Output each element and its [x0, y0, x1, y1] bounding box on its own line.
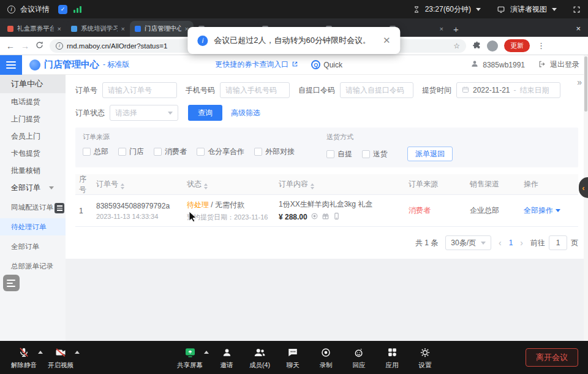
sidebar-item-hq-dispatch-log[interactable]: 总部派单记录: [0, 258, 66, 275]
bookmark-star-icon[interactable]: ☆: [453, 42, 460, 50]
extensions-icon[interactable]: [472, 40, 481, 51]
scrollbar-thumb[interactable]: [584, 56, 587, 112]
order-status-label: 订单状态: [75, 108, 105, 118]
phone-input[interactable]: [220, 82, 290, 98]
total-count: 共 1 条: [415, 238, 438, 248]
sidebar-item-door-pickup[interactable]: 上门提货: [0, 110, 66, 128]
cell-created-at: 2023-11-13 14:33:34: [96, 213, 182, 220]
browser-menu-icon[interactable]: ⋮: [536, 41, 546, 50]
order-status-select[interactable]: 请选择: [110, 105, 178, 121]
invite-button[interactable]: 邀请: [210, 346, 243, 370]
date-separator: -: [514, 86, 516, 94]
reload-button[interactable]: [36, 41, 43, 51]
forward-button[interactable]: →: [21, 41, 29, 51]
advanced-filter-link[interactable]: 高级筛选: [231, 108, 260, 118]
quick-label[interactable]: Quick: [323, 61, 342, 69]
new-tab-button[interactable]: +: [453, 24, 459, 34]
search-button[interactable]: 查询: [188, 105, 222, 121]
chat-button[interactable]: 聊天: [276, 346, 309, 370]
checkbox-icon: [154, 148, 162, 156]
collapse-panel-icon[interactable]: »: [577, 77, 581, 87]
meeting-info-icon[interactable]: i: [7, 6, 15, 13]
col-status[interactable]: 状态: [184, 179, 276, 189]
reaction-smiley-icon: [353, 346, 364, 359]
page-scrollbar[interactable]: [584, 55, 588, 341]
username[interactable]: 8385wb1991: [483, 61, 525, 69]
main-content: » 订单号 手机号码 自提口令码 提货时间: [66, 75, 588, 341]
browser-tab-training[interactable]: 系统培训学习 ×: [66, 21, 130, 37]
window-close-button[interactable]: ×: [571, 24, 586, 37]
sidebar-item-batch-verify[interactable]: 批量核销: [0, 162, 66, 179]
coupon-query-link[interactable]: 更快捷的券卡查询入口: [215, 59, 288, 70]
sidebar-item-all-orders[interactable]: 全部订单: [0, 238, 66, 255]
members-button[interactable]: 成员(4): [243, 346, 276, 370]
sort-icon[interactable]: [311, 183, 314, 189]
checkbox-delivery-selfpickup[interactable]: 自提: [326, 149, 352, 159]
checkbox-source-hq[interactable]: 总部: [83, 147, 108, 157]
col-order-no[interactable]: 订单号: [94, 179, 184, 189]
sidebar-item-pending-orders[interactable]: 待处理订单: [0, 218, 66, 235]
leave-meeting-button[interactable]: 离开会议: [526, 348, 578, 367]
reactions-button[interactable]: 回应: [342, 346, 375, 370]
chrome-update-button[interactable]: 更新: [504, 39, 530, 52]
cell-order-no: 83859345088979792a: [96, 202, 182, 210]
record-button[interactable]: 录制: [309, 346, 342, 370]
checkbox-source-warehouse-coop[interactable]: 仓分享合作: [197, 147, 244, 157]
site-info-icon[interactable]: i: [56, 42, 63, 50]
checkbox-source-consumer[interactable]: 消费者: [154, 147, 187, 157]
security-shield-icon[interactable]: ✓: [58, 5, 67, 14]
browser-profile-avatar[interactable]: [487, 40, 498, 52]
settings-button[interactable]: 设置: [409, 346, 442, 370]
meeting-detail-label[interactable]: 会议详情: [20, 4, 50, 15]
banner-close-icon[interactable]: ✕: [383, 35, 391, 46]
logout-button[interactable]: 退出登录: [550, 59, 579, 70]
tab-close-icon[interactable]: ×: [440, 25, 443, 32]
invite-person-icon: [222, 346, 232, 359]
unmute-button[interactable]: 解除静音: [7, 346, 40, 370]
sidebar-item-member-visit[interactable]: 会员上门: [0, 128, 66, 145]
tab-close-icon[interactable]: ×: [58, 25, 61, 32]
prev-page-button[interactable]: ‹: [499, 238, 502, 248]
browser-tab-gift-platform[interactable]: 礼盒票券平台管理中心 ×: [2, 21, 66, 37]
meeting-timer[interactable]: 23:27(60分钟): [425, 4, 471, 15]
sidebar-group-all-orders[interactable]: 全部订单: [0, 179, 66, 196]
next-page-button[interactable]: ›: [520, 238, 523, 248]
page-size-select[interactable]: 30条/页: [445, 235, 491, 250]
members-icon: [254, 346, 266, 359]
annotation-tools-button[interactable]: [3, 275, 20, 291]
pickup-code-input[interactable]: [340, 82, 413, 98]
back-button[interactable]: ←: [6, 41, 15, 51]
camera-off-icon: [55, 346, 67, 359]
mute-options-caret[interactable]: [38, 351, 43, 354]
apps-grid-icon: [387, 346, 398, 359]
table-row[interactable]: 1 83859345088979792a 2023-11-13 14:33:34…: [75, 195, 578, 227]
fullscreen-icon[interactable]: [573, 6, 581, 13]
col-content[interactable]: 订单内容: [276, 179, 406, 189]
current-page[interactable]: 1: [509, 239, 513, 247]
pickup-code-label: 自提口令码: [298, 85, 335, 96]
sort-icon[interactable]: [121, 183, 124, 189]
app-menu-button[interactable]: [0, 55, 22, 75]
checkbox-source-store[interactable]: 门店: [118, 147, 144, 157]
goto-page-input[interactable]: [549, 235, 567, 250]
checkbox-source-external[interactable]: 外部对接: [254, 147, 295, 157]
share-screen-button[interactable]: 共享屏幕: [173, 346, 206, 370]
view-caret-icon[interactable]: [552, 8, 557, 11]
checkbox-delivery-deliver[interactable]: 送货: [362, 149, 388, 159]
row-action-dropdown[interactable]: 全部操作: [524, 206, 560, 215]
share-options-caret[interactable]: [204, 351, 209, 354]
browser-tab-store-admin[interactable]: 门店管理中心 ×: [130, 21, 194, 37]
order-no-input[interactable]: [102, 82, 177, 98]
start-video-button[interactable]: 开启视频: [44, 346, 77, 370]
date-range-picker[interactable]: 2022-11-21 - 结束日期: [456, 82, 560, 98]
dispatch-return-button[interactable]: 派单退回: [407, 147, 453, 161]
sidebar-item-phone-pickup[interactable]: 电话提货: [0, 93, 66, 110]
timer-caret-icon[interactable]: [476, 8, 481, 11]
apps-button[interactable]: 应用: [375, 346, 409, 370]
sidebar-item-card-pickup[interactable]: 卡包提货: [0, 145, 66, 162]
video-options-caret[interactable]: [75, 351, 80, 354]
tab-close-icon[interactable]: ×: [121, 25, 125, 32]
sidebar-drag-handle[interactable]: [55, 203, 64, 213]
view-mode-label[interactable]: 演讲者视图: [510, 4, 547, 15]
sort-icon[interactable]: [204, 183, 208, 189]
